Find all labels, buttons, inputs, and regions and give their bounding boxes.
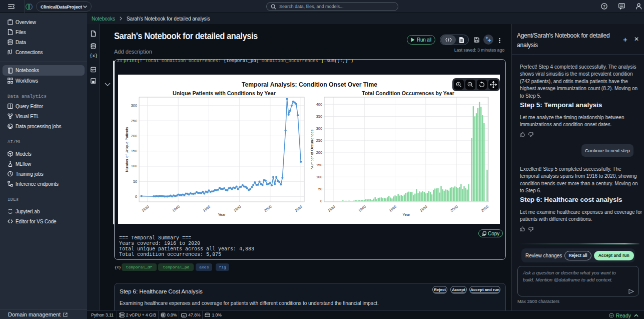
svg-text:Temporal Analysis: Condition O: Temporal Analysis: Condition Onset Over … — [242, 81, 377, 88]
svg-text:Number of Unique Patients: Number of Unique Patients — [125, 127, 129, 172]
svg-text:100: 100 — [131, 164, 137, 168]
svg-text:Year: Year — [402, 212, 410, 217]
svg-text:100: 100 — [316, 175, 322, 179]
svg-text:350: 350 — [316, 114, 322, 119]
svg-text:250: 250 — [131, 119, 137, 123]
svg-text:50: 50 — [318, 187, 322, 191]
svg-text:150: 150 — [316, 163, 322, 167]
svg-text:400: 400 — [316, 102, 322, 107]
svg-text:0: 0 — [135, 194, 137, 199]
svg-text:300: 300 — [131, 103, 137, 108]
svg-text:150: 150 — [131, 149, 137, 153]
svg-text:?: ? — [603, 4, 605, 9]
svg-text:200: 200 — [131, 134, 137, 138]
svg-text:Total Condition Occurrences by: Total Condition Occurrences by Year — [362, 90, 454, 96]
svg-text:200: 200 — [316, 150, 322, 155]
svg-text:0: 0 — [320, 199, 322, 203]
svg-text:50: 50 — [133, 179, 137, 184]
svg-text:250: 250 — [316, 138, 322, 143]
svg-text:Year: Year — [218, 212, 226, 217]
svg-text:Unique Patients with Condition: Unique Patients with Conditions by Year — [173, 90, 276, 96]
svg-text:Number of Occurrences: Number of Occurrences — [310, 129, 314, 169]
svg-text:300: 300 — [316, 126, 322, 131]
